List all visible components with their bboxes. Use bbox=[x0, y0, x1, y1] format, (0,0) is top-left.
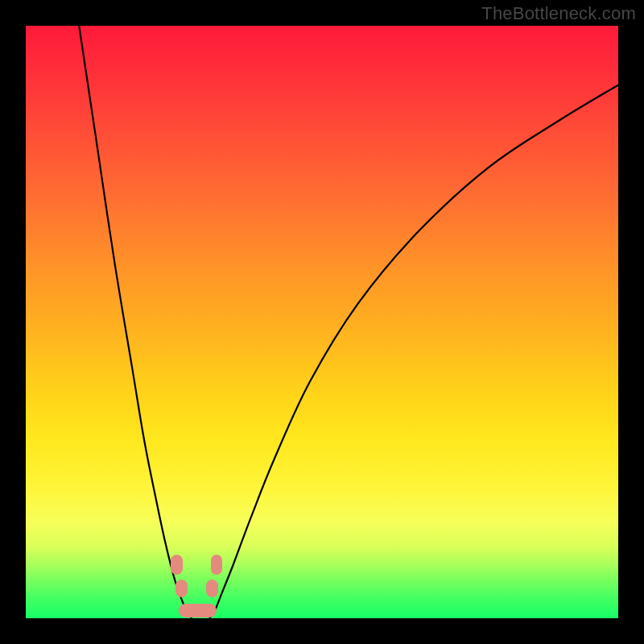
plot-area bbox=[26, 26, 618, 618]
right-curve bbox=[209, 85, 618, 618]
left-blob-upper bbox=[171, 555, 183, 575]
watermark-text: TheBottleneck.com bbox=[481, 3, 636, 24]
left-curve bbox=[79, 26, 192, 618]
right-blob-upper bbox=[211, 555, 223, 575]
right-blob-lower bbox=[206, 580, 218, 597]
curves-svg bbox=[26, 26, 618, 618]
bottom-blob bbox=[179, 604, 217, 618]
left-blob-lower bbox=[175, 580, 188, 597]
chart-frame: TheBottleneck.com bbox=[0, 0, 644, 644]
